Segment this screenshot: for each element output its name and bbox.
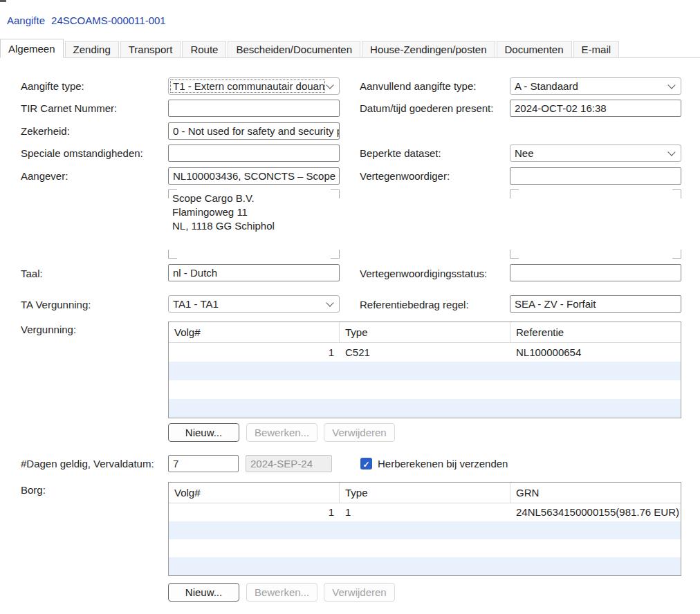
vergunning-table[interactable]: Volg# Type Referentie 1 C521 NL100000654 <box>168 322 681 418</box>
dagen-geldig-vervaldatum-label: #Dagen geldig, Vervaldatum: <box>21 458 154 469</box>
vertegenwoordiger-label: Vertegenwoordiger: <box>360 170 450 182</box>
ta-vergunning-value: TA1 - TA1 <box>173 298 219 310</box>
cell-volg: 1 <box>169 343 340 362</box>
tab-email[interactable]: E-mail <box>573 41 620 57</box>
referentiebedrag-regel-label: Referentiebedrag regel: <box>360 299 469 310</box>
borg-verwijderen-button[interactable]: Verwijderen <box>324 583 395 602</box>
borg-bewerken-button[interactable]: Bewerken... <box>246 583 317 602</box>
datum-tijd-goederen-present-input[interactable]: 2024-OCT-02 16:38 <box>510 100 681 117</box>
corner-mark <box>168 250 177 259</box>
tir-carnet-nummer-input[interactable] <box>168 100 340 117</box>
borg-nieuw-button[interactable]: Nieuw... <box>168 583 239 602</box>
referentiebedrag-regel-input[interactable]: SEA - ZV - Forfait <box>510 295 681 313</box>
speciale-omstandigheden-label: Speciale omstandigheden: <box>21 147 143 159</box>
column-header-grn[interactable]: GRN <box>510 483 681 503</box>
borg-label: Borg: <box>21 484 46 496</box>
aangifte-type-value: T1 - Extern communautair douan. <box>170 80 325 93</box>
table-row-empty[interactable] <box>169 539 681 557</box>
ta-vergunning-select[interactable]: TA1 - TA1 <box>168 295 340 313</box>
tab-bescheiden-documenten[interactable]: Bescheiden/Documenten <box>228 41 360 57</box>
vergunning-bewerken-button[interactable]: Bewerken... <box>246 423 317 442</box>
table-row-empty[interactable] <box>169 380 681 399</box>
herberekenen-label[interactable]: Herberekenen bij verzenden <box>378 458 508 469</box>
tir-carnet-nummer-label: TIR Carnet Nummer: <box>21 102 117 114</box>
cell-volg: 1 <box>169 503 340 521</box>
vertegenwoordiger-address-block <box>510 189 681 259</box>
tab-transport[interactable]: Transport <box>120 41 181 57</box>
corner-mark <box>672 189 681 198</box>
aangifte-type-label: Aangifte type: <box>21 80 84 92</box>
tab-documenten[interactable]: Documenten <box>497 41 572 57</box>
tab-route[interactable]: Route <box>182 41 226 57</box>
window-fragment <box>0 0 6 2</box>
vertegenwoordigingsstatus-input[interactable] <box>510 264 681 281</box>
table-row[interactable]: 1 C521 NL100000654 <box>169 343 681 362</box>
vervaldatum-input: 2024-SEP-24 <box>246 455 332 472</box>
tab-house-zendingen-posten[interactable]: House-Zendingen/posten <box>362 41 495 57</box>
ta-vergunning-label: TA Vergunning: <box>21 299 91 310</box>
tab-zending[interactable]: Zending <box>65 41 119 57</box>
corner-mark <box>510 250 519 259</box>
datum-tijd-goederen-present-label: Datum/tijd goederen present: <box>360 102 493 114</box>
cell-referentie: NL100000654 <box>510 343 681 362</box>
aangever-address-line: NL, 1118 GG Schiphol <box>172 219 335 233</box>
zekerheid-label: Zekerheid: <box>21 125 70 137</box>
table-row-empty[interactable] <box>169 362 681 380</box>
zekerheid-input[interactable]: 0 - Not used for safety and security p <box>168 122 340 140</box>
table-row-empty[interactable] <box>169 557 681 575</box>
beperkte-dataset-label: Beperkte dataset: <box>360 147 441 159</box>
vergunning-verwijderen-button[interactable]: Verwijderen <box>324 423 395 442</box>
herberekenen-checkbox[interactable] <box>360 458 372 469</box>
aanvullend-aangifte-type-select[interactable]: A - Standaard <box>510 77 681 95</box>
aangever-label: Aangever: <box>21 170 68 182</box>
table-row[interactable]: 1 1 24NL5634150000155(981.76 EUR) <box>169 503 681 521</box>
corner-mark <box>168 189 177 198</box>
page-title-label: Aangifte <box>7 15 45 26</box>
vergunning-table-header: Volg# Type Referentie <box>169 322 681 343</box>
beperkte-dataset-value: Nee <box>515 147 534 159</box>
chevron-down-icon <box>326 81 333 89</box>
chevron-down-icon <box>326 299 333 306</box>
aangever-input[interactable]: NL100003436, SCONCTS – Scope Ca <box>168 167 340 185</box>
aangifte-type-select[interactable]: T1 - Extern communautair douan. <box>168 77 340 95</box>
vertegenwoordiger-input[interactable] <box>510 167 681 185</box>
aanvullend-aangifte-type-label: Aanvullend aangifte type: <box>360 80 476 92</box>
aangever-address-line: Scope Cargo B.V. <box>172 192 335 205</box>
chevron-down-icon <box>667 148 675 156</box>
dagen-geldig-input[interactable]: 7 <box>168 455 239 472</box>
tab-algemeen[interactable]: Algemeen <box>0 39 64 58</box>
tab-strip: Algemeen Zending Transport Route Beschei… <box>0 39 700 58</box>
speciale-omstandigheden-input[interactable] <box>168 145 340 162</box>
column-header-volg[interactable]: Volg# <box>169 483 340 503</box>
column-header-referentie[interactable]: Referentie <box>510 322 681 342</box>
table-row-empty[interactable] <box>169 399 681 418</box>
cell-grn: 24NL5634150000155(981.76 EUR) <box>510 503 681 521</box>
page-title: Aangifte24SCOAMS-000011-001 <box>7 15 166 26</box>
borg-table-header: Volg# Type GRN <box>169 483 681 503</box>
aanvullend-aangifte-type-value: A - Standaard <box>515 80 578 92</box>
corner-mark <box>331 189 340 198</box>
corner-mark <box>510 189 519 198</box>
aangever-address-line: Flamingoweg 11 <box>172 205 335 219</box>
cell-type: C521 <box>340 343 510 362</box>
cell-type: 1 <box>340 503 510 521</box>
borg-table[interactable]: Volg# Type GRN 1 1 24NL5634150000155(981… <box>168 482 681 576</box>
corner-mark <box>331 250 340 259</box>
aangever-address-block: Scope Cargo B.V. Flamingoweg 11 NL, 1118… <box>168 189 340 259</box>
taal-input[interactable]: nl - Dutch <box>168 264 340 281</box>
vergunning-nieuw-button[interactable]: Nieuw... <box>168 423 239 442</box>
column-header-volg[interactable]: Volg# <box>169 322 340 342</box>
taal-label: Taal: <box>21 268 43 279</box>
column-header-type[interactable]: Type <box>340 483 510 503</box>
table-row-empty[interactable] <box>169 521 681 539</box>
vergunning-label: Vergunning: <box>21 324 76 335</box>
beperkte-dataset-select[interactable]: Nee <box>510 145 681 162</box>
corner-mark <box>672 250 681 259</box>
column-header-type[interactable]: Type <box>340 322 510 342</box>
vertegenwoordigingsstatus-label: Vertegenwoordigingsstatus: <box>360 268 487 279</box>
chevron-down-icon <box>667 81 675 89</box>
declaration-number: 24SCOAMS-000011-001 <box>51 15 166 26</box>
